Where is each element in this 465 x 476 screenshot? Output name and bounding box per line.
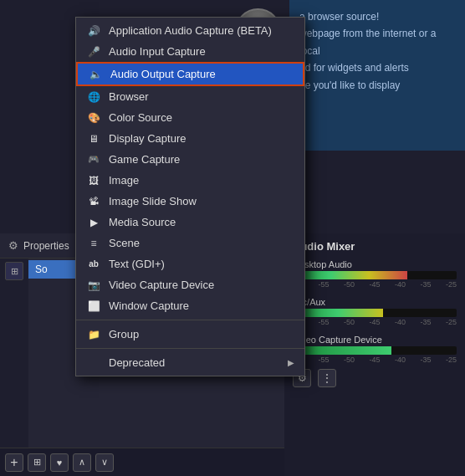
channel-name-desktop: Desktop Audio bbox=[293, 259, 457, 269]
source-toolbar-btn4[interactable]: ∨ bbox=[95, 453, 114, 472]
deprecated-left: Deprecated bbox=[86, 356, 165, 369]
menu-item-group-label: Group bbox=[109, 328, 139, 340]
menu-item-display-capture[interactable]: 🖥 Display Capture bbox=[76, 128, 304, 149]
menu-item-app-audio-label: Application Audio Capture (BETA) bbox=[109, 24, 272, 37]
menu-item-audio-input-label: Audio Input Capture bbox=[109, 45, 206, 58]
audio-labels-mic: -60-55-50-45-40-35-25 bbox=[293, 318, 457, 326]
channel-name-video: Video Capture Device bbox=[293, 335, 457, 345]
menu-item-slideshow-label: Image Slide Show bbox=[109, 195, 197, 207]
audio-labels-video: -60-55-50-45-40-35-25 bbox=[293, 356, 457, 364]
browser-icon: 🌐 bbox=[86, 91, 101, 103]
menu-separator-2 bbox=[76, 348, 304, 349]
audio-meter-desktop bbox=[293, 271, 457, 279]
menu-item-app-audio-capture[interactable]: 🔊 Application Audio Capture (BETA) bbox=[76, 20, 304, 41]
menu-item-image[interactable]: 🖼 Image bbox=[76, 170, 304, 191]
browser-source-info: a browser source! webpage from the inter… bbox=[289, 0, 465, 151]
audio-input-icon: 🎤 bbox=[86, 46, 101, 58]
context-menu: 🔊 Application Audio Capture (BETA) 🎤 Aud… bbox=[75, 17, 305, 376]
menu-item-window-capture[interactable]: ⬜ Window Capture bbox=[76, 295, 304, 316]
video-icon: 📷 bbox=[86, 279, 101, 291]
slideshow-icon: 📽 bbox=[86, 196, 101, 207]
source-toolbar-btn1[interactable]: ⊞ bbox=[28, 453, 46, 472]
scene-icon: ≡ bbox=[86, 238, 101, 249]
menu-item-deprecated[interactable]: Deprecated ▶ bbox=[76, 352, 304, 373]
display-icon: 🖥 bbox=[86, 133, 101, 145]
audio-meter-bar-mic bbox=[293, 309, 383, 317]
menu-item-game-capture[interactable]: 🎮 Game Capture bbox=[76, 149, 304, 170]
audio-mixer-title: Audio Mixer bbox=[293, 240, 457, 253]
sources-icon-column: ⊞ bbox=[0, 258, 28, 448]
menu-item-group[interactable]: 📁 Group bbox=[76, 324, 304, 345]
audio-output-icon: 🔈 bbox=[88, 69, 103, 80]
window-icon: ⬜ bbox=[86, 300, 101, 312]
group-icon: 📁 bbox=[86, 329, 101, 340]
menu-item-game-label: Game Capture bbox=[109, 153, 180, 166]
audio-mixer-bottom-row: ⚙ ⋮ bbox=[293, 369, 457, 387]
menu-separator bbox=[76, 320, 304, 320]
audio-meter-video bbox=[293, 346, 457, 355]
game-icon: 🎮 bbox=[86, 154, 101, 165]
menu-item-media-label: Media Source bbox=[109, 216, 176, 228]
menu-item-audio-input-capture[interactable]: 🎤 Audio Input Capture bbox=[76, 41, 304, 62]
audio-more-button[interactable]: ⋮ bbox=[318, 369, 336, 387]
audio-channel-video: Video Capture Device -60-55-50-45-40-35-… bbox=[293, 335, 457, 364]
audio-mixer-panel: Audio Mixer Desktop Audio -60-55-50-45-4… bbox=[284, 233, 465, 476]
sources-icon-1: ⊞ bbox=[5, 262, 23, 280]
menu-item-window-label: Window Capture bbox=[109, 299, 189, 312]
audio-channel-desktop: Desktop Audio -60-55-50-45-40-35-25 bbox=[293, 259, 457, 289]
color-icon: 🎨 bbox=[86, 112, 101, 124]
image-icon: 🖼 bbox=[86, 175, 101, 187]
menu-item-color-source[interactable]: 🎨 Color Source bbox=[76, 107, 304, 128]
gear-icon: ⚙ bbox=[8, 239, 18, 252]
audio-channel-mic: Mic/Aux -60-55-50-45-40-35-25 bbox=[293, 297, 457, 326]
deprecated-label: Deprecated bbox=[109, 356, 165, 369]
menu-item-color-label: Color Source bbox=[109, 111, 172, 124]
menu-item-scene-label: Scene bbox=[109, 237, 140, 249]
submenu-arrow-icon: ▶ bbox=[288, 358, 294, 367]
browser-info-text: a browser source! webpage from the inter… bbox=[299, 8, 455, 94]
menu-item-scene[interactable]: ≡ Scene bbox=[76, 233, 304, 253]
menu-item-image-label: Image bbox=[109, 174, 139, 187]
menu-item-video-label: Video Capture Device bbox=[109, 279, 214, 291]
audio-meter-bar-video bbox=[293, 346, 391, 355]
text-icon: ab bbox=[86, 259, 101, 269]
source-toolbar-btn3[interactable]: ∧ bbox=[73, 453, 91, 472]
audio-meter-bar-desktop bbox=[293, 271, 407, 279]
source-toolbar-btn2[interactable]: ♥ bbox=[50, 453, 69, 472]
menu-item-audio-output-label: Audio Output Capture bbox=[110, 68, 216, 80]
media-icon: ▶ bbox=[86, 217, 101, 228]
menu-item-browser[interactable]: 🌐 Browser bbox=[76, 86, 304, 107]
channel-name-mic: Mic/Aux bbox=[293, 297, 457, 307]
menu-item-text-gdi[interactable]: ab Text (GDI+) bbox=[76, 253, 304, 274]
menu-item-text-label: Text (GDI+) bbox=[109, 258, 165, 270]
app-audio-icon: 🔊 bbox=[86, 25, 101, 37]
bottom-toolbar: + ⊞ ♥ ∧ ∨ bbox=[0, 448, 284, 476]
menu-item-browser-label: Browser bbox=[109, 90, 149, 103]
menu-item-audio-output-capture[interactable]: 🔈 Audio Output Capture bbox=[76, 62, 304, 86]
menu-item-media-source[interactable]: ▶ Media Source bbox=[76, 212, 304, 233]
menu-item-video-capture[interactable]: 📷 Video Capture Device bbox=[76, 274, 304, 295]
properties-label: Properties bbox=[23, 240, 69, 252]
menu-item-image-slide-show[interactable]: 📽 Image Slide Show bbox=[76, 191, 304, 212]
menu-item-display-label: Display Capture bbox=[109, 132, 187, 145]
audio-meter-mic bbox=[293, 309, 457, 317]
audio-labels-desktop: -60-55-50-45-40-35-25 bbox=[293, 280, 457, 289]
add-source-button[interactable]: + bbox=[5, 453, 23, 472]
